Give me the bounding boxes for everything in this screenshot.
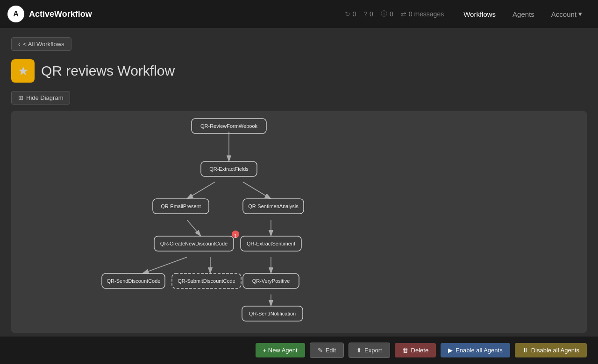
svg-text:QR-CreateNewDiscountCode: QR-CreateNewDiscountCode bbox=[160, 241, 228, 246]
stat-running-count: 0 bbox=[353, 10, 356, 18]
messages-link[interactable]: ⇄ 0 messages bbox=[401, 10, 444, 18]
nav-workflows[interactable]: Workflows bbox=[455, 0, 504, 28]
svg-text:QR-EmailPresent: QR-EmailPresent bbox=[161, 203, 201, 209]
nav-links: Workflows Agents Account ▾ bbox=[455, 0, 591, 28]
info-icon: ⓘ bbox=[381, 10, 387, 18]
stat-warnings[interactable]: ? 0 bbox=[363, 10, 373, 18]
svg-text:QR-SendNotification: QR-SendNotification bbox=[249, 311, 296, 316]
svg-text:QR-VeryPositive: QR-VeryPositive bbox=[252, 278, 290, 284]
svg-text:QR-ExtractFields: QR-ExtractFields bbox=[209, 166, 249, 172]
trash-icon: 🗑 bbox=[402, 347, 408, 354]
back-label: < All Workflows bbox=[23, 41, 64, 48]
svg-text:QR-SubmitDiscountCode: QR-SubmitDiscountCode bbox=[178, 278, 235, 284]
diagram-container: QR-ReviewFormWebook QR-ExtractFields QR-… bbox=[11, 111, 587, 333]
svg-text:QR-ReviewFormWebook: QR-ReviewFormWebook bbox=[200, 123, 258, 129]
svg-text:QR-ExtractSentiment: QR-ExtractSentiment bbox=[247, 241, 295, 246]
pause-icon: ⏸ bbox=[522, 347, 528, 354]
edit-button[interactable]: ✎ Edit bbox=[310, 343, 344, 358]
chevron-down-icon: ▾ bbox=[578, 10, 582, 18]
messages-count: 0 messages bbox=[409, 10, 444, 18]
stat-running[interactable]: ↻ 0 bbox=[345, 10, 356, 18]
bottom-toolbar: + New Agent ✎ Edit ⬆ Export 🗑 Delete ▶ E… bbox=[0, 336, 598, 364]
svg-line-6 bbox=[142, 257, 187, 273]
diagram-icon: ⊞ bbox=[18, 94, 23, 101]
brand-icon: A bbox=[7, 6, 24, 22]
delete-button[interactable]: 🗑 Delete bbox=[395, 343, 436, 357]
export-label: Export bbox=[364, 347, 382, 354]
workflow-star-icon: ★ bbox=[11, 59, 35, 83]
edit-icon: ✎ bbox=[318, 347, 323, 354]
new-agent-button[interactable]: + New Agent bbox=[256, 343, 305, 357]
account-label: Account bbox=[551, 10, 577, 18]
workflow-header: ★ QR reviews Workflow bbox=[11, 59, 587, 83]
svg-text:1: 1 bbox=[234, 233, 237, 238]
export-icon: ⬆ bbox=[356, 347, 362, 354]
edit-label: Edit bbox=[326, 347, 336, 354]
diagram-svg: QR-ReviewFormWebook QR-ExtractFields QR-… bbox=[11, 111, 587, 333]
svg-text:QR-SendDiscountCode: QR-SendDiscountCode bbox=[107, 278, 161, 284]
navbar: A ActiveWorkflow ↻ 0 ? 0 ⓘ 0 ⇄ 0 message… bbox=[0, 0, 598, 28]
stat-info[interactable]: ⓘ 0 bbox=[381, 10, 393, 18]
page-title: QR reviews Workflow bbox=[41, 63, 175, 79]
hide-diagram-button[interactable]: ⊞ Hide Diagram bbox=[11, 91, 70, 105]
svg-text:QR-SentimenAnalysis: QR-SentimenAnalysis bbox=[248, 203, 299, 209]
page-content: ‹ < All Workflows ★ QR reviews Workflow … bbox=[0, 28, 598, 342]
back-button[interactable]: ‹ < All Workflows bbox=[11, 37, 71, 51]
delete-label: Delete bbox=[411, 347, 429, 354]
enable-all-button[interactable]: ▶ Enable all Agents bbox=[441, 343, 510, 357]
navbar-stats: ↻ 0 ? 0 ⓘ 0 bbox=[345, 10, 393, 18]
svg-line-2 bbox=[187, 182, 215, 199]
back-icon: ‹ bbox=[18, 41, 20, 48]
brand-name: ActiveWorkflow bbox=[29, 9, 92, 19]
svg-line-4 bbox=[187, 220, 201, 236]
nav-agents[interactable]: Agents bbox=[504, 0, 543, 28]
disable-all-button[interactable]: ⏸ Disable all Agents bbox=[515, 343, 587, 357]
svg-line-3 bbox=[243, 182, 271, 199]
warning-icon: ? bbox=[363, 10, 367, 18]
stat-warnings-count: 0 bbox=[370, 10, 373, 18]
refresh-icon: ↻ bbox=[345, 10, 350, 18]
brand-logo[interactable]: A ActiveWorkflow bbox=[7, 6, 92, 22]
enable-all-label: Enable all Agents bbox=[456, 347, 502, 354]
export-button[interactable]: ⬆ Export bbox=[349, 343, 390, 358]
stat-info-count: 0 bbox=[390, 10, 393, 18]
hide-diagram-label: Hide Diagram bbox=[26, 94, 63, 101]
share-icon: ⇄ bbox=[401, 10, 406, 18]
disable-all-label: Disable all Agents bbox=[531, 347, 579, 354]
play-icon: ▶ bbox=[448, 347, 453, 354]
nav-account[interactable]: Account ▾ bbox=[543, 0, 591, 28]
